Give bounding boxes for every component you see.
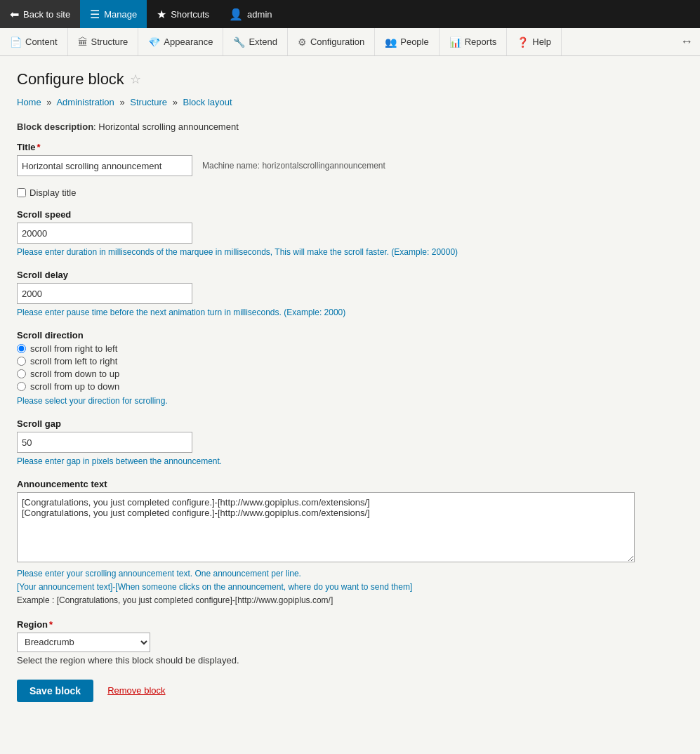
region-label: Region* <box>17 619 683 630</box>
block-description-row: Block description: Horizontal scrolling … <box>17 121 683 132</box>
back-to-site-button[interactable]: ⬅ Back to site <box>0 0 80 28</box>
radio-rtl-input[interactable] <box>17 344 26 353</box>
scroll-delay-help: Please enter pause time before the next … <box>17 306 683 319</box>
menu-icon: ☰ <box>90 8 100 21</box>
breadcrumb-home[interactable]: Home <box>17 97 41 107</box>
scroll-direction-label: Scroll direction <box>17 330 683 340</box>
nav-configuration[interactable]: ⚙ Configuration <box>288 28 375 55</box>
breadcrumb-structure[interactable]: Structure <box>130 97 167 107</box>
nav-structure[interactable]: 🏛 Structure <box>68 28 139 55</box>
scroll-direction-group: scroll from right to left scroll from le… <box>17 343 683 392</box>
scroll-gap-label: Scroll gap <box>17 418 683 429</box>
scroll-direction-help: Please select your direction for scrolli… <box>17 395 683 407</box>
nav-collapse-button[interactable]: ↔ <box>673 28 700 55</box>
scroll-speed-label: Scroll speed <box>17 209 683 220</box>
radio-down-to-up: scroll from down to up <box>17 369 683 379</box>
display-title-label[interactable]: Display title <box>29 187 76 198</box>
scroll-delay-label: Scroll delay <box>17 270 683 280</box>
back-arrow-icon: ⬅ <box>10 8 19 21</box>
nav-help[interactable]: ❓ Help <box>507 28 562 55</box>
nav-appearance[interactable]: 💎 Appearance <box>138 28 223 55</box>
remove-block-button[interactable]: Remove block <box>107 685 165 696</box>
button-row: Save block Remove block <box>17 680 683 702</box>
announcement-text-label: Announcementc text <box>17 479 683 489</box>
scroll-speed-input[interactable] <box>17 223 192 244</box>
breadcrumb: Home » Administration » Structure » Bloc… <box>17 97 683 107</box>
radio-utd-label[interactable]: scroll from up to down <box>30 381 119 392</box>
radio-up-to-down: scroll from up to down <box>17 381 683 392</box>
radio-utd-input[interactable] <box>17 382 26 391</box>
display-title-row: Display title <box>17 187 683 198</box>
region-help: Select the region where this block shoul… <box>17 655 683 666</box>
radio-dtu-input[interactable] <box>17 369 26 378</box>
admin-user-button[interactable]: 👤 admin <box>219 0 282 28</box>
title-input[interactable] <box>17 155 192 176</box>
announcement-help: Please enter your scrolling announcement… <box>17 567 683 608</box>
scroll-speed-section: Scroll speed Please enter duration in mi… <box>17 209 683 258</box>
announcement-text-section: Announcementc text [Congratulations, you… <box>17 479 683 608</box>
nav-content[interactable]: 📄 Content <box>0 28 68 55</box>
nav-extend[interactable]: 🔧 Extend <box>223 28 287 55</box>
scroll-gap-section: Scroll gap Please enter gap in pixels be… <box>17 418 683 468</box>
scroll-delay-input[interactable] <box>17 283 192 304</box>
configuration-icon: ⚙ <box>298 37 307 48</box>
radio-left-to-right: scroll from left to right <box>17 356 683 366</box>
display-title-checkbox[interactable] <box>17 188 26 197</box>
user-icon: 👤 <box>229 8 243 21</box>
breadcrumb-administration[interactable]: Administration <box>56 97 114 107</box>
region-select[interactable]: Breadcrumb Header Primary menu Secondary… <box>17 633 150 652</box>
radio-right-to-left: scroll from right to left <box>17 343 683 354</box>
structure-icon: 🏛 <box>78 37 88 48</box>
content-icon: 📄 <box>10 37 22 48</box>
radio-ltr-input[interactable] <box>17 357 26 366</box>
admin-bar: ⬅ Back to site ☰ Manage ★ Shortcuts 👤 ad… <box>0 0 700 28</box>
machine-name-label: Machine name: horizontalscrollingannounc… <box>202 161 385 171</box>
manage-button[interactable]: ☰ Manage <box>80 0 147 28</box>
save-block-button[interactable]: Save block <box>17 680 93 702</box>
main-content: Configure block ☆ Home » Administration … <box>0 56 700 754</box>
scroll-gap-input[interactable] <box>17 432 192 453</box>
breadcrumb-block-layout[interactable]: Block layout <box>183 97 232 107</box>
nav-reports[interactable]: 📊 Reports <box>440 28 508 55</box>
radio-rtl-label[interactable]: scroll from right to left <box>30 343 117 354</box>
announcement-help-1: Please enter your scrolling announcement… <box>17 567 683 581</box>
favorite-star-icon[interactable]: ☆ <box>130 72 141 87</box>
extend-icon: 🔧 <box>233 37 245 48</box>
nav-people[interactable]: 👥 People <box>375 28 439 55</box>
radio-ltr-label[interactable]: scroll from left to right <box>30 356 117 366</box>
scroll-gap-help: Please enter gap in pixels between the a… <box>17 455 683 468</box>
people-icon: 👥 <box>385 37 397 48</box>
scroll-delay-section: Scroll delay Please enter pause time bef… <box>17 270 683 319</box>
shortcuts-button[interactable]: ★ Shortcuts <box>147 0 219 28</box>
reports-icon: 📊 <box>449 37 461 48</box>
region-section: Region* Breadcrumb Header Primary menu S… <box>17 619 683 666</box>
help-icon: ❓ <box>517 37 529 48</box>
announcement-text-input[interactable]: [Congratulations, you just completed con… <box>17 492 635 562</box>
scroll-direction-section: Scroll direction scroll from right to le… <box>17 330 683 407</box>
scroll-speed-help: Please enter duration in milliseconds of… <box>17 246 683 258</box>
page-title: Configure block ☆ <box>17 70 683 88</box>
announcement-help-2: [Your announcement text]-[When someone c… <box>17 581 683 594</box>
title-section: Title* Machine name: horizontalscrolling… <box>17 142 683 176</box>
appearance-icon: 💎 <box>148 37 160 48</box>
radio-dtu-label[interactable]: scroll from down to up <box>30 369 119 379</box>
title-label: Title* <box>17 142 683 152</box>
star-icon: ★ <box>157 8 166 21</box>
announcement-help-3: Example : [Congratulations, you just com… <box>17 594 683 607</box>
nav-bar: 📄 Content 🏛 Structure 💎 Appearance 🔧 Ext… <box>0 28 700 56</box>
